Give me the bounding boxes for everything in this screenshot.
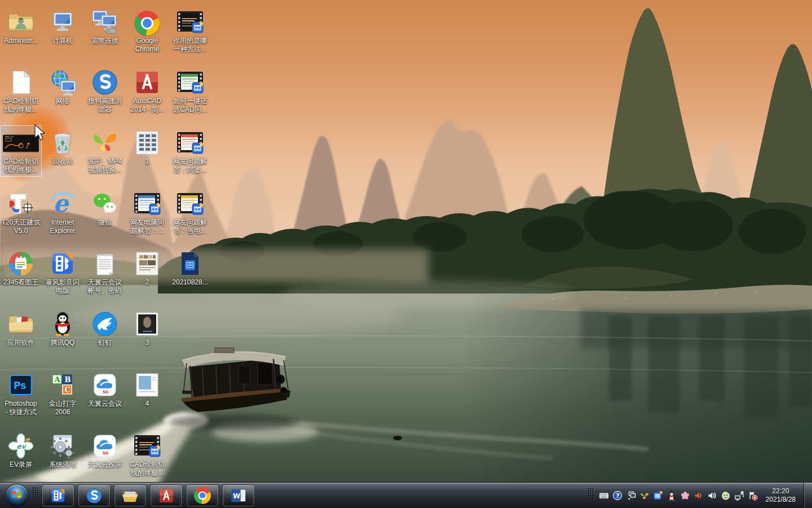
desktop-icon-cloud-meeting[interactable]: 5G天翼云会议: [84, 367, 126, 410]
desktop-icon-label: 3: [145, 339, 149, 347]
desktop-icon-label: 2345看图王: [3, 278, 39, 287]
video-dark-icon: [176, 6, 204, 36]
desktop-icon-dingtalk[interactable]: 钉钉: [84, 306, 126, 349]
taskbar-button-sogou-browser[interactable]: [78, 484, 111, 507]
tray-clock[interactable]: 22:20 2021/8/28: [766, 487, 796, 504]
desktop-icon-label: 金山打字 2006: [49, 400, 76, 417]
tray-action-center-icon[interactable]: [748, 491, 758, 501]
mouse-cursor: [34, 124, 46, 143]
desktop-icon-video-which-method[interactable]: 你用的是哪 一种方法...: [169, 5, 211, 56]
word-icon: W: [230, 487, 247, 504]
taskbar: W ? 22:20 2021/8/28: [0, 482, 812, 508]
desktop-icon-system-cleaner[interactable]: 系统清理: [42, 428, 83, 471]
tray-assistant-app-icon[interactable]: [721, 491, 731, 501]
desktop-icon-label: 钉钉: [98, 339, 112, 347]
folder-user-icon: [7, 6, 34, 36]
svg-text:5G: 5G: [103, 390, 109, 395]
show-desktop-button[interactable]: [804, 483, 812, 508]
tray-baofeng-tray-icon[interactable]: [653, 491, 663, 501]
svg-text:Ps: Ps: [14, 380, 26, 391]
desktop-icon-ev-recorder[interactable]: evEV录屏: [0, 428, 42, 471]
taskbar-button-autocad[interactable]: [150, 484, 183, 507]
pic-grid-icon: [134, 127, 161, 156]
desktop-icon-cad-tangent-video-2[interactable]: CAD绘制切 线的终极...: [126, 428, 168, 480]
desktop-icon-image-2[interactable]: 2: [126, 246, 168, 289]
desktop-icon-video-pc-qa[interactable]: 网友电脑问 题解答：...: [126, 186, 168, 238]
tray-input-help-icon[interactable]: ?: [612, 491, 623, 501]
desktop-icon-video-qa-dangdian[interactable]: 网友问题解 答：当电...: [169, 186, 211, 238]
abc-icon: ABC: [49, 369, 76, 398]
notepad-icon: [91, 248, 118, 277]
desktop-surface[interactable]: Administr...计算机宽带连接Google Chrome你用的是哪 一种…: [0, 0, 812, 483]
desktop-icon-recycle-bin[interactable]: 回收站: [42, 125, 83, 168]
desktop-icon-cad-tangent-doc[interactable]: CAD绘制切 线的终极...: [0, 65, 42, 116]
cloud-icon: 5G: [91, 369, 118, 398]
desktop-icon-2345-picture-viewer[interactable]: 2345看图王: [0, 246, 42, 289]
desktop-icon-label: 如何一键还 原CAD问...: [173, 97, 207, 114]
video-web-yellow-icon: [176, 188, 204, 217]
taskbar-button-windows-explorer[interactable]: [114, 484, 147, 507]
desktop-icon-video-converter-3gp-mp4[interactable]: 3GP、MP4 视频转换...: [84, 125, 126, 177]
video-web-green-icon: [176, 67, 204, 96]
desktop-icon-network[interactable]: 网络: [42, 65, 83, 108]
start-button[interactable]: [5, 484, 29, 507]
desktop-icon-label: 应用软件: [7, 339, 34, 347]
tray-converter-butterfly-icon[interactable]: [639, 491, 650, 501]
desktop-icon-internet-explorer[interactable]: eInternet Explorer: [42, 186, 83, 238]
tray-qq-tray-icon[interactable]: [667, 491, 677, 501]
language-bar-grip[interactable]: [588, 488, 594, 503]
desktop-icon-t20-tianzheng[interactable]: T20天正建筑 V5.0: [0, 186, 42, 238]
taskbar-button-word[interactable]: W: [222, 484, 255, 507]
desktop-icon-image-3[interactable]: 3: [126, 306, 168, 349]
desktop-icon-autocad-2014[interactable]: AutoCAD 2014 - 简...: [126, 65, 168, 116]
clock-date: 2021/8/28: [766, 496, 796, 504]
recycle-icon: [49, 127, 76, 156]
tray-flower-app-icon[interactable]: [680, 491, 690, 501]
desktop-icon-video-qa-apo[interactable]: 网友问题解 答：阿婆...: [169, 125, 211, 177]
desktop-icon-google-chrome[interactable]: Google Chrome: [126, 5, 168, 56]
desktop-icon-tencent-qq[interactable]: 腾讯QQ: [42, 306, 83, 349]
windows-flag-icon: [11, 488, 23, 503]
taskbar-button-google-chrome[interactable]: [186, 484, 219, 507]
desktop-icon-wechat[interactable]: 微信: [84, 186, 126, 229]
tray-soft-keyboard-icon[interactable]: [599, 491, 609, 501]
kantuwang-icon: [7, 248, 34, 277]
desktop-icon-label: Google Chrome: [135, 37, 160, 54]
desktop-icon-cloud-meeting-account-notes[interactable]: 天翼云会议 帐号、密码: [84, 246, 126, 297]
media-file-icon: [176, 248, 204, 277]
tray-network-status-icon[interactable]: [734, 491, 744, 501]
desktop-icon-app-software-folder[interactable]: 应用软件: [0, 306, 42, 349]
desktop-icon-jinshan-typing-2006[interactable]: ABC金山打字 2006: [42, 367, 83, 419]
desktop-icon-image-1[interactable]: 1: [126, 125, 168, 168]
desktop-icon-label: 天翼云会议: [88, 400, 122, 408]
desktop-icon-label: EV录屏: [10, 461, 32, 469]
desktop-icon-label: 搜狗高速浏 览器: [88, 97, 122, 114]
taskbar-grip[interactable]: [32, 487, 39, 504]
ev-icon: ev: [7, 430, 34, 459]
desktop-icon-video-20210828[interactable]: 20210828...: [169, 246, 211, 289]
clock-time: 22:20: [766, 487, 796, 496]
desktop-icon-label: 你用的是哪 一种方法...: [173, 37, 207, 54]
tray-audio-app-icon[interactable]: [694, 491, 704, 501]
sogou-icon: [91, 67, 118, 96]
tray-volume-icon[interactable]: [707, 491, 717, 501]
desktop-icon-label: 20210828...: [172, 278, 208, 287]
desktop-icon-photoshop-shortcut[interactable]: PsPhotoshop - 快捷方式: [0, 367, 42, 419]
desktop-icon-computer[interactable]: 计算机: [42, 5, 83, 47]
baofeng-icon: [50, 487, 67, 504]
desktop-icon-sogou-browser[interactable]: 搜狗高速浏 览器: [84, 65, 126, 116]
desktop-icon-cloud-cast[interactable]: 5G天翼云投屏: [84, 428, 126, 471]
tray-language-bar-options-icon[interactable]: [626, 491, 636, 501]
desktop-icon-image-4[interactable]: 4: [126, 367, 168, 410]
taskbar-button-baofeng-player[interactable]: [42, 484, 74, 507]
desktop-icon-broadband-connection[interactable]: 宽带连接: [84, 5, 126, 47]
baofeng-icon: [49, 248, 76, 277]
desktop-icon-baofeng-player[interactable]: 暴风影音闪 电版: [42, 246, 83, 297]
desktop-icon-administrator-folder[interactable]: Administr...: [0, 5, 42, 47]
svg-text:A: A: [54, 375, 61, 384]
desktop-icon-video-restore-cad[interactable]: 如何一键还 原CAD问...: [169, 65, 211, 116]
folder-app-icon: [7, 308, 34, 338]
gears-icon: [49, 430, 76, 459]
desktop-icon-label: 网友电脑问 题解答：...: [130, 218, 164, 235]
svg-text:5G: 5G: [103, 451, 109, 456]
